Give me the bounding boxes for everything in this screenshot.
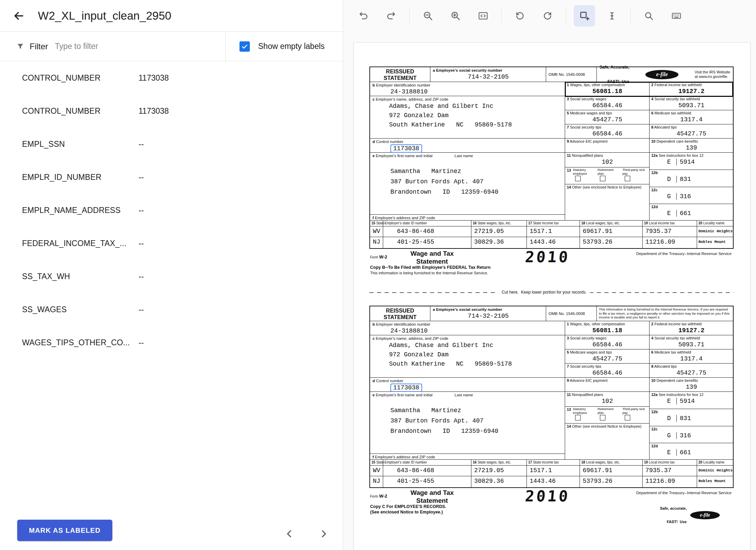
wage-tax-statement-title: Wage and Tax Statement [405, 489, 460, 505]
field-label: CONTROL_NUMBER [22, 106, 139, 116]
chevron-left-icon [284, 528, 295, 539]
box-12a: 12a See instructions for box 12 E5914 [650, 392, 733, 409]
field-value: 1173038 [139, 73, 169, 83]
omb-number: OMB No. 1545-0008 [546, 306, 597, 321]
retirement-plan-checkbox[interactable] [600, 176, 605, 181]
keyboard-shortcuts-button[interactable] [666, 5, 687, 27]
filter-label: Filter [30, 42, 48, 51]
zoom-in-button[interactable] [445, 5, 466, 27]
field-label: CONTROL_NUMBER [22, 73, 139, 83]
box-10-dependent-care: 10 Dependent care benefits 139 [650, 139, 733, 153]
employee-box: e Employee's first name and initial Last… [370, 153, 565, 221]
label-field-row[interactable]: SS_TAX_WH -- [0, 260, 343, 293]
rotate-right-button[interactable] [537, 5, 558, 27]
state-local-table: 15 State Employer's state ID number 16 S… [370, 460, 733, 487]
box-1-wages: 1 Wages, tips, other compensation 56081.… [565, 321, 649, 335]
label-field-row[interactable]: EMPLR_ID_NUMBER -- [0, 161, 343, 194]
next-document-button[interactable] [316, 526, 331, 541]
copy-designation-line2: This information is being furnished to t… [370, 271, 488, 275]
zoom-out-icon [423, 11, 433, 21]
wage-tax-statement-title: Wage and Tax Statement [405, 249, 460, 265]
keyboard-icon [671, 11, 682, 21]
zoom-out-button[interactable] [417, 5, 439, 27]
box-7-ss-tips: 7 Social security tips 66584.46 [565, 364, 649, 378]
document-canvas[interactable]: REISSUED STATEMENT a Employee's social s… [343, 32, 756, 550]
third-party-sick-pay-checkbox[interactable] [625, 415, 630, 420]
label-field-row[interactable]: FEDERAL_INCOME_TAX_... -- [0, 227, 343, 260]
treasury-department-label: Department of the Treasury--Internal Rev… [636, 252, 732, 256]
box-14-other: 14 Other (see enclosed Notice to Employe… [565, 184, 649, 221]
search-button[interactable] [638, 5, 660, 27]
label-field-row[interactable]: WAGES_TIPS_OTHER_CO... -- [0, 326, 343, 359]
box-3-ss-wages: 3 Social security wages 66584.46 [565, 96, 649, 110]
previous-document-button[interactable] [282, 526, 297, 541]
bounding-box-tool-button[interactable] [574, 5, 595, 27]
form-footer: Form W-2 Wage and Tax Statement 2010 Dep… [369, 249, 734, 278]
cut-text: Cut here. Keep lower portion for your re… [498, 290, 590, 295]
employee-box: e Employee's first name and initial Last… [370, 392, 565, 460]
code-view-button[interactable] [472, 5, 494, 27]
checkbox-checked-icon[interactable] [239, 41, 250, 52]
box-10-dependent-care: 10 Dependent care benefits 139 [650, 378, 733, 392]
omb-number: OMB No. 1545-0008 [546, 67, 597, 82]
third-party-sick-pay-checkbox[interactable] [625, 176, 630, 181]
ein-value: 24-3188810 [390, 88, 563, 95]
zoom-in-icon [450, 11, 461, 21]
label-field-row[interactable]: EMPLR_NAME_ADDRESS -- [0, 194, 343, 227]
efile-promo: Safe, Accurate, FAST! Use e-file Visit t… [597, 67, 733, 82]
mark-as-labeled-button[interactable]: MARK AS LABELED [17, 520, 112, 541]
back-arrow-icon [12, 10, 25, 22]
label-field-row[interactable]: EMPL_SSN -- [0, 128, 343, 161]
search-icon [644, 11, 654, 21]
ssn-box: a Employee's social security number 714-… [430, 67, 546, 82]
box-5-medicare-wages: 5 Medicare wages and tips 45427.75 [565, 110, 649, 124]
filter-input[interactable] [55, 42, 225, 51]
field-value: -- [139, 272, 144, 281]
control-number-annotation[interactable]: 1173038 [390, 144, 422, 153]
panel-header: W2_XL_input_clean_2950 [0, 0, 343, 32]
form-footer: Form W-2 Wage and Tax Statement 2010 Dep… [369, 488, 734, 517]
text-select-tool-button[interactable] [601, 5, 623, 27]
statutory-employee-checkbox[interactable] [575, 176, 581, 181]
rotate-left-icon [515, 11, 525, 21]
w2-copy-c: REISSUED STATEMENT a Employee's social s… [369, 306, 750, 517]
statutory-employee-checkbox[interactable] [575, 415, 581, 420]
box-8-allocated-tips: 8 Allocated tips 45427.75 [650, 364, 733, 378]
ein-box: b Employer identification number 24-3188… [370, 82, 565, 96]
field-label: WAGES_TIPS_OTHER_CO... [22, 338, 139, 347]
retirement-plan-checkbox[interactable] [600, 415, 605, 420]
tax-year: 2010 [524, 248, 571, 266]
box-12b: 12b D831 [650, 170, 733, 187]
page-title: W2_XL_input_clean_2950 [38, 9, 171, 22]
box-12b: 12b D831 [650, 409, 733, 426]
field-value: -- [139, 305, 144, 314]
field-label: EMPLR_ID_NUMBER [22, 173, 139, 182]
treasury-department-label: Department of the Treasury--Internal Rev… [636, 491, 732, 495]
label-field-row[interactable]: SS_WAGES -- [0, 293, 343, 326]
rotate-left-button[interactable] [509, 5, 531, 27]
redo-button[interactable] [380, 5, 402, 27]
control-number-box: d Control number 1173038 [370, 139, 565, 153]
box-1-wages: 1 Wages, tips, other compensation 56081.… [565, 82, 649, 96]
app-window: W2_XL_input_clean_2950 Filter Show empty… [0, 0, 756, 550]
box-8-allocated-tips: 8 Allocated tips 45427.75 [650, 124, 733, 139]
box-6-medicare-tax: 6 Medicare tax withheld 1317.4 [650, 349, 733, 364]
undo-button[interactable] [353, 5, 374, 27]
toolbar-divider [501, 9, 502, 23]
box-3-ss-wages: 3 Social security wages 66584.46 [565, 335, 649, 349]
label-panel: W2_XL_input_clean_2950 Filter Show empty… [0, 0, 343, 550]
show-empty-labels-toggle[interactable]: Show empty labels [239, 32, 325, 61]
field-value: 1173038 [139, 106, 169, 116]
box-14-other: 14 Other (see enclosed Notice to Employe… [565, 424, 649, 460]
toolbar-divider [566, 9, 566, 23]
box-7-ss-tips: 7 Social security tips 66584.46 [565, 124, 649, 139]
control-number-annotation[interactable]: 1173038 [390, 384, 422, 392]
box-5-medicare-wages: 5 Medicare wages and tips 45427.75 [565, 349, 649, 364]
label-field-row[interactable]: CONTROL_NUMBER 1173038 [0, 61, 343, 94]
back-button[interactable] [10, 8, 27, 24]
box-4-ss-tax: 4 Social security tax withheld 5093.71 [650, 335, 733, 349]
label-field-row[interactable]: CONTROL_NUMBER 1173038 [0, 94, 343, 128]
box-11-nonqualified: 11 Nonqualified plans 102 [565, 392, 649, 407]
ssn-value: 714-32-2105 [433, 313, 544, 319]
employee-address-label: f Employee's address and ZIP code [370, 454, 565, 460]
